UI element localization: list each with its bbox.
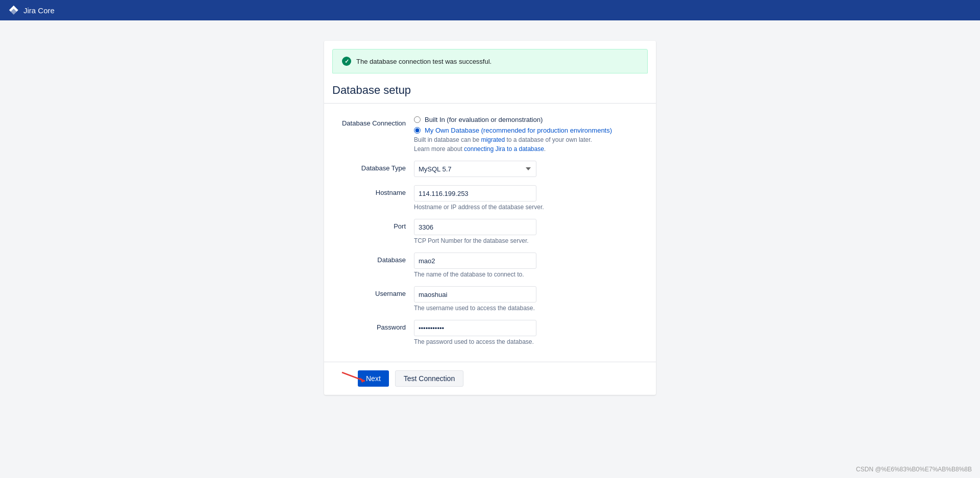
- page-content: The database connection test was success…: [0, 20, 980, 415]
- database-connection-row: Database Connection Built In (for evalua…: [332, 116, 648, 153]
- arrow-indicator: [339, 370, 370, 387]
- migrate-hint-prefix: Built in database can be: [414, 136, 481, 143]
- hostname-row: Hostname Hostname or IP address of the d…: [332, 185, 648, 211]
- password-hint: The password used to access the database…: [414, 338, 648, 345]
- database-connection-label: Database Connection: [332, 116, 414, 127]
- title-divider: [324, 103, 656, 104]
- database-hint: The name of the database to connect to.: [414, 271, 648, 278]
- port-hint: TCP Port Number for the database server.: [414, 237, 648, 244]
- database-form: Database Connection Built In (for evalua…: [324, 112, 656, 362]
- password-row: Password The password used to access the…: [332, 320, 648, 345]
- jira-logo-icon: [8, 5, 19, 16]
- database-connection-field: Built In (for evaluation or demonstratio…: [414, 116, 648, 153]
- app-name-label: Jira Core: [23, 6, 55, 15]
- arrow-svg: [339, 370, 370, 385]
- password-field: The password used to access the database…: [414, 320, 648, 345]
- connect-hint-suffix: .: [544, 145, 546, 153]
- migrate-link[interactable]: migrated: [481, 136, 505, 143]
- test-connection-button[interactable]: Test Connection: [395, 370, 463, 387]
- hostname-label: Hostname: [332, 185, 414, 196]
- watermark: CSDN @%E6%83%B0%E7%AB%B8%8B: [856, 466, 972, 473]
- page-title: Database setup: [324, 73, 656, 103]
- builtin-radio[interactable]: [414, 116, 421, 123]
- password-input[interactable]: [414, 320, 536, 336]
- own-db-label: My Own Database (recommended for product…: [425, 127, 612, 134]
- password-label: Password: [332, 320, 414, 331]
- port-input[interactable]: [414, 219, 536, 235]
- builtin-label: Built In (for evaluation or demonstratio…: [425, 116, 543, 123]
- port-label: Port: [332, 219, 414, 230]
- database-type-label: Database Type: [332, 161, 414, 172]
- connect-link[interactable]: connecting Jira to a database: [464, 145, 544, 153]
- migrate-hint: Built in database can be migrated to a d…: [414, 136, 648, 143]
- migrate-hint-suffix: to a database of your own later.: [505, 136, 592, 143]
- database-type-select[interactable]: MySQL 5.7 PostgreSQL Oracle SQL Server: [414, 161, 536, 177]
- watermark-text: CSDN @%E6%83%B0%E7%AB%B8%8B: [856, 466, 972, 473]
- app-logo: Jira Core: [8, 5, 55, 16]
- database-type-row: Database Type MySQL 5.7 PostgreSQL Oracl…: [332, 161, 648, 177]
- username-input[interactable]: [414, 286, 536, 303]
- own-db-radio[interactable]: [414, 127, 421, 134]
- database-name-label: Database: [332, 253, 414, 264]
- database-input[interactable]: [414, 253, 536, 269]
- database-row: Database The name of the database to con…: [332, 253, 648, 278]
- username-label: Username: [332, 286, 414, 297]
- database-type-field: MySQL 5.7 PostgreSQL Oracle SQL Server: [414, 161, 648, 177]
- success-message: The database connection test was success…: [356, 58, 492, 65]
- success-banner: The database connection test was success…: [332, 49, 648, 73]
- setup-card: The database connection test was success…: [324, 41, 656, 395]
- hostname-hint: Hostname or IP address of the database s…: [414, 204, 648, 211]
- connect-hint: Learn more about connecting Jira to a da…: [414, 145, 648, 153]
- username-row: Username The username used to access the…: [332, 286, 648, 312]
- database-name-field: The name of the database to connect to.: [414, 253, 648, 278]
- port-row: Port TCP Port Number for the database se…: [332, 219, 648, 244]
- connect-hint-prefix: Learn more about: [414, 145, 464, 153]
- own-db-option[interactable]: My Own Database (recommended for product…: [414, 127, 648, 134]
- success-icon: [342, 57, 351, 66]
- hostname-field: Hostname or IP address of the database s…: [414, 185, 648, 211]
- topbar: Jira Core: [0, 0, 980, 20]
- action-bar: Next Test Connection: [324, 362, 656, 395]
- builtin-option[interactable]: Built In (for evaluation or demonstratio…: [414, 116, 648, 123]
- port-field: TCP Port Number for the database server.: [414, 219, 648, 244]
- hostname-input[interactable]: [414, 185, 536, 202]
- username-hint: The username used to access the database…: [414, 305, 648, 312]
- connection-type-group: Built In (for evaluation or demonstratio…: [414, 116, 648, 134]
- username-field: The username used to access the database…: [414, 286, 648, 312]
